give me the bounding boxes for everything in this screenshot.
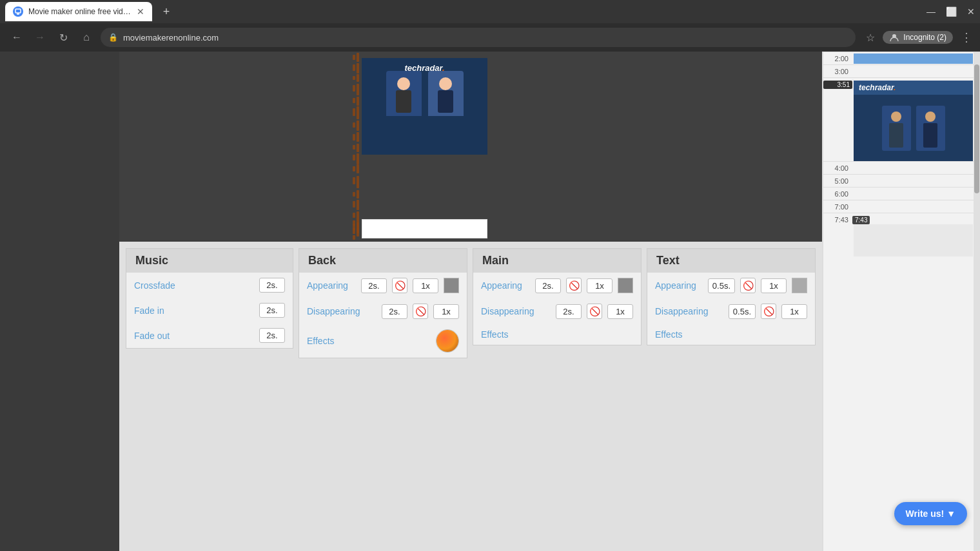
text-effects-label[interactable]: Effects bbox=[655, 329, 807, 340]
menu-button[interactable]: ⋮ bbox=[961, 30, 972, 44]
svg-rect-15 bbox=[357, 106, 359, 119]
svg-rect-14 bbox=[353, 108, 355, 116]
text-appearing-color[interactable] bbox=[792, 278, 807, 293]
time-content-200 bbox=[852, 53, 980, 64]
home-button[interactable]: ⌂ bbox=[77, 28, 95, 46]
time-label-500: 5:00 bbox=[823, 177, 852, 185]
preview-area: techradar. bbox=[119, 52, 822, 242]
svg-rect-29 bbox=[357, 190, 359, 198]
svg-rect-26 bbox=[353, 177, 355, 184]
main-effects-label[interactable]: Effects bbox=[481, 329, 633, 340]
write-us-label: Write us! bbox=[906, 508, 945, 519]
minimize-button[interactable]: — bbox=[926, 6, 936, 17]
crossfade-label[interactable]: Crossfade bbox=[134, 280, 254, 291]
tab-title: Movie maker online free video e... bbox=[28, 7, 132, 16]
forward-button[interactable]: → bbox=[31, 28, 49, 46]
text-disappearing-repeat[interactable]: 1x bbox=[781, 304, 807, 319]
time-label-200: 2:00 bbox=[823, 55, 852, 63]
video-clip-top: techradar. bbox=[362, 58, 487, 155]
time-label-351[interactable]: 3:51 bbox=[823, 81, 852, 89]
timeline-sidebar: 2:00 3:00 3:51 techradar. bbox=[822, 52, 980, 551]
main-disappearing-time[interactable]: 2s. bbox=[556, 304, 582, 319]
address-right: ☆ Incognito (2) ⋮ bbox=[866, 30, 972, 44]
back-disappearing-repeat[interactable]: 1x bbox=[433, 304, 459, 319]
text-appearing-time[interactable]: 0.5s. bbox=[708, 278, 735, 293]
main-disappearing-label[interactable]: Disappearing bbox=[481, 306, 551, 316]
back-effects-label[interactable]: Effects bbox=[307, 336, 431, 346]
url-bar[interactable]: 🔒 moviemakerenonline.com bbox=[101, 28, 856, 47]
svg-rect-22 bbox=[353, 155, 355, 160]
incognito-button[interactable]: Incognito (2) bbox=[883, 31, 953, 44]
main-appearing-row: Appearing 2s. 🚫 1x bbox=[473, 273, 641, 298]
svg-rect-20 bbox=[353, 145, 355, 150]
svg-rect-9 bbox=[357, 74, 359, 82]
text-appearing-repeat[interactable]: 1x bbox=[761, 278, 787, 293]
title-bar: Movie maker online free video e... ✕ + —… bbox=[0, 0, 980, 23]
text-disappearing-time[interactable]: 0.5s. bbox=[729, 304, 756, 319]
fadeout-label[interactable]: Fade out bbox=[134, 331, 254, 341]
back-appearing-label[interactable]: Appearing bbox=[307, 280, 356, 291]
write-us-button[interactable]: Write us! ▼ bbox=[894, 502, 967, 525]
bookmark-icon[interactable]: ☆ bbox=[866, 32, 875, 44]
fadein-label[interactable]: Fade in bbox=[134, 305, 254, 316]
reload-button[interactable]: ↻ bbox=[54, 28, 72, 46]
main-appearing-repeat[interactable]: 1x bbox=[587, 278, 612, 293]
back-panel-header: Back bbox=[299, 249, 467, 273]
svg-rect-21 bbox=[357, 144, 359, 152]
fadeout-row: Fade out 2s. bbox=[126, 323, 293, 348]
time-mark-500: 5:00 bbox=[823, 174, 980, 187]
main-appearing-color[interactable] bbox=[618, 278, 633, 293]
svg-rect-44 bbox=[357, 227, 359, 237]
back-effects-row: Effects bbox=[299, 324, 467, 358]
text-disappearing-stop-icon[interactable]: 🚫 bbox=[761, 304, 776, 319]
text-disappearing-label[interactable]: Disappearing bbox=[655, 306, 723, 316]
clip-block-top: techradar. bbox=[854, 81, 973, 161]
crossfade-time[interactable]: 2s. bbox=[259, 278, 285, 293]
back-appearing-stop-icon[interactable]: 🚫 bbox=[392, 278, 407, 293]
main-appearing-label[interactable]: Appearing bbox=[481, 280, 530, 291]
close-button[interactable]: ✕ bbox=[967, 6, 975, 17]
text-appearing-stop-icon[interactable]: 🚫 bbox=[740, 278, 756, 293]
restore-button[interactable]: ⬜ bbox=[946, 6, 957, 17]
fadeout-time[interactable]: 2s. bbox=[259, 328, 285, 343]
svg-rect-4 bbox=[353, 55, 355, 60]
main-effects-row: Effects bbox=[473, 324, 641, 345]
back-disappearing-row: Disappearing 2s. 🚫 1x bbox=[299, 298, 467, 324]
main-appearing-stop-icon[interactable]: 🚫 bbox=[566, 278, 582, 293]
browser-tab[interactable]: Movie maker online free video e... ✕ bbox=[5, 2, 152, 21]
svg-rect-48 bbox=[923, 123, 937, 148]
back-disappearing-label[interactable]: Disappearing bbox=[307, 306, 377, 316]
waveform-right bbox=[351, 219, 363, 238]
time-mark-743: 7:43 7:43 bbox=[823, 213, 980, 256]
address-bar: ← → ↻ ⌂ 🔒 moviemakerenonline.com ☆ Incog… bbox=[0, 23, 980, 52]
svg-rect-13 bbox=[357, 97, 359, 106]
back-disappearing-stop-icon[interactable]: 🚫 bbox=[413, 304, 428, 319]
tab-close-button[interactable]: ✕ bbox=[137, 6, 144, 17]
svg-rect-31 bbox=[357, 200, 359, 210]
svg-point-37 bbox=[397, 77, 410, 90]
time-label-743: 7:43 bbox=[823, 216, 852, 224]
new-tab-button[interactable]: + bbox=[157, 3, 175, 21]
main-disappearing-repeat[interactable]: 1x bbox=[607, 304, 633, 319]
fadein-time[interactable]: 2s. bbox=[259, 303, 285, 318]
back-disappearing-time[interactable]: 2s. bbox=[382, 304, 407, 319]
back-appearing-repeat[interactable]: 1x bbox=[413, 278, 438, 293]
back-appearing-color[interactable] bbox=[444, 278, 459, 293]
time-mark-300: 3:00 bbox=[823, 64, 980, 77]
svg-rect-8 bbox=[353, 76, 355, 80]
text-appearing-label[interactable]: Appearing bbox=[655, 280, 703, 291]
svg-rect-17 bbox=[357, 121, 359, 131]
back-effects-thumb[interactable] bbox=[436, 329, 459, 353]
main-panel-header: Main bbox=[473, 249, 641, 273]
back-appearing-time[interactable]: 2s. bbox=[361, 278, 387, 293]
back-button[interactable]: ← bbox=[8, 28, 26, 46]
music-panel-header: Music bbox=[126, 249, 293, 273]
svg-rect-0 bbox=[15, 9, 21, 13]
main-disappearing-stop-icon[interactable]: 🚫 bbox=[587, 304, 602, 319]
main-appearing-time[interactable]: 2s. bbox=[535, 278, 561, 293]
main-layout: techradar. bbox=[0, 52, 980, 551]
main-panel: Main Appearing 2s. 🚫 1x Disappearing 2s.… bbox=[473, 248, 642, 345]
svg-rect-11 bbox=[357, 84, 359, 95]
fadein-row: Fade in 2s. bbox=[126, 298, 293, 323]
svg-rect-27 bbox=[357, 176, 359, 188]
